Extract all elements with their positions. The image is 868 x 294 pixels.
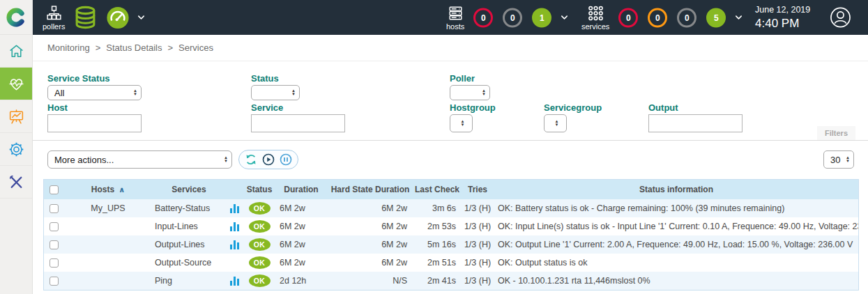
- service-status-select[interactable]: All ▲▼: [47, 85, 142, 100]
- graph-icon[interactable]: [230, 240, 239, 249]
- pollers-status[interactable]: pollers: [43, 5, 65, 31]
- filter-panel: Service Status All ▲▼ Status ▲▼ Poller ▲…: [33, 61, 868, 141]
- status-select[interactable]: ▲▼: [251, 85, 300, 100]
- breadcrumb-item[interactable]: Services: [178, 42, 213, 53]
- chevron-down-icon[interactable]: [733, 13, 744, 23]
- database-icon[interactable]: [73, 5, 98, 31]
- servicegroup-select[interactable]: ▲▼: [544, 114, 567, 132]
- service-cell[interactable]: Battery-Status: [153, 203, 225, 213]
- last-check-cell: 2m 51s: [413, 258, 461, 268]
- hard-state-duration-cell: 6M 2w: [327, 203, 413, 213]
- hard-state-duration-cell: N/S: [327, 276, 413, 286]
- status-badge: OK: [249, 202, 271, 215]
- table-header-row: Hosts∧ Services Status Duration Hard Sta…: [44, 180, 858, 199]
- select-stepper-icon: ▲▼: [224, 156, 228, 163]
- page-size-select[interactable]: 30 ▲▼: [823, 150, 854, 169]
- last-check-cell: 3m 6s: [413, 203, 461, 213]
- graph-icon[interactable]: [230, 222, 239, 231]
- duration-cell: 6M 2w: [275, 258, 327, 268]
- duration-cell: 6M 2w: [275, 203, 327, 213]
- select-stepper-icon: ▲▼: [555, 120, 559, 127]
- status-information-cell: OK - 10.100.1.231 rta 11,446mslost 0%: [494, 276, 858, 286]
- service-cell[interactable]: Output-Lines: [153, 240, 225, 249]
- row-checkbox[interactable]: [50, 222, 59, 231]
- output-input[interactable]: [648, 114, 743, 132]
- hosts-status[interactable]: hosts: [446, 5, 464, 31]
- table-row[interactable]: Ping OK 2d 12h N/S 2m 41s 1/3 (H) OK - 1…: [44, 272, 858, 290]
- tries-cell: 1/3 (H): [461, 222, 494, 231]
- filters-tab[interactable]: Filters: [817, 126, 855, 140]
- breadcrumb-item[interactable]: Status Details: [106, 42, 162, 53]
- column-header-status[interactable]: Status: [243, 185, 275, 194]
- status-counter-badge[interactable]: 0: [473, 8, 493, 27]
- table-row[interactable]: Input-Lines OK 6M 2w 6M 2w 2m 53s 1/3 (H…: [44, 217, 858, 235]
- row-checkbox[interactable]: [50, 258, 59, 268]
- service-cell[interactable]: Output-Source: [153, 258, 225, 268]
- column-header-services[interactable]: Services: [153, 185, 225, 194]
- host-input[interactable]: [47, 114, 142, 132]
- row-checkbox[interactable]: [50, 204, 59, 213]
- graph-icon[interactable]: [230, 277, 239, 286]
- gauge-icon[interactable]: [106, 6, 130, 29]
- hard-state-duration-cell: 6M 2w: [327, 258, 413, 268]
- service-cell[interactable]: Input-Lines: [153, 222, 225, 231]
- sidebar-item-reporting[interactable]: [0, 100, 32, 133]
- play-icon[interactable]: [261, 153, 275, 167]
- status-badge: OK: [249, 274, 271, 287]
- status-counter-badge[interactable]: 0: [618, 8, 638, 27]
- column-header-duration[interactable]: Duration: [275, 185, 327, 194]
- poller-label: Poller: [450, 73, 475, 84]
- tries-cell: 1/3 (H): [461, 276, 494, 286]
- select-stepper-icon: ▲▼: [482, 89, 486, 96]
- hard-state-duration-cell: 6M 2w: [327, 240, 413, 249]
- heartbeat-icon: [8, 75, 25, 93]
- breadcrumb-item[interactable]: Monitoring: [47, 42, 90, 53]
- sidebar-item-monitoring[interactable]: [0, 68, 32, 100]
- status-counter-badge[interactable]: 0: [503, 8, 522, 27]
- column-header-last-check[interactable]: Last Check: [413, 185, 461, 194]
- user-menu[interactable]: [830, 7, 851, 29]
- services-status[interactable]: services: [581, 5, 609, 31]
- column-header-hosts[interactable]: Hosts∧: [63, 185, 153, 194]
- top-header-bar: pollers: [33, 0, 868, 35]
- status-counter-badge[interactable]: 5: [706, 8, 726, 27]
- pause-icon[interactable]: [279, 153, 293, 167]
- status-counter-badge[interactable]: 1: [532, 8, 551, 27]
- tries-cell: 1/3 (H): [461, 203, 494, 213]
- chart-easel-icon: [8, 108, 25, 125]
- service-cell[interactable]: Ping: [153, 276, 225, 286]
- page-size-value: 30: [830, 155, 840, 165]
- row-checkbox[interactable]: [50, 277, 59, 286]
- chevron-down-icon[interactable]: [559, 13, 570, 23]
- status-counter-badge[interactable]: 0: [677, 8, 696, 27]
- row-checkbox[interactable]: [50, 240, 59, 249]
- more-actions-select[interactable]: More actions... ▲▼: [47, 150, 232, 169]
- hosts-label: hosts: [446, 22, 464, 31]
- sidebar-item-administration[interactable]: [0, 166, 32, 199]
- chevron-down-icon[interactable]: [136, 13, 146, 23]
- breadcrumb: Monitoring>Status Details>Services: [33, 35, 868, 61]
- column-header-tries[interactable]: Tries: [461, 185, 494, 194]
- centreon-logo[interactable]: [0, 0, 32, 35]
- select-stepper-icon: ▲▼: [846, 156, 850, 163]
- sidebar-item-home[interactable]: [0, 35, 32, 68]
- tools-icon: [8, 173, 25, 191]
- hostgroup-select[interactable]: ▲▼: [450, 114, 473, 132]
- poller-select[interactable]: ▲▼: [450, 85, 490, 100]
- graph-icon[interactable]: [230, 204, 239, 213]
- status-badge: OK: [249, 256, 271, 269]
- status-counter-badge[interactable]: 0: [648, 8, 667, 27]
- select-stepper-icon: ▲▼: [291, 89, 296, 96]
- select-all-checkbox[interactable]: [50, 185, 59, 194]
- service-input[interactable]: [251, 114, 345, 132]
- table-row[interactable]: Output-Source OK 6M 2w 6M 2w 2m 51s 1/3 …: [44, 254, 858, 272]
- table-row[interactable]: My_UPS Battery-Status OK 6M 2w 6M 2w 3m …: [44, 199, 858, 217]
- hostgroup-label: Hostgroup: [450, 102, 496, 113]
- refresh-icon[interactable]: [244, 153, 258, 167]
- sidebar: [0, 0, 33, 294]
- table-row[interactable]: Output-Lines OK 6M 2w 6M 2w 5m 16s 1/3 (…: [44, 235, 858, 254]
- sidebar-item-configuration[interactable]: [0, 133, 32, 166]
- host-cell[interactable]: My_UPS: [63, 203, 153, 213]
- column-header-status-information[interactable]: Status information: [494, 185, 858, 194]
- column-header-hard-state-duration[interactable]: Hard State Duration: [327, 185, 413, 194]
